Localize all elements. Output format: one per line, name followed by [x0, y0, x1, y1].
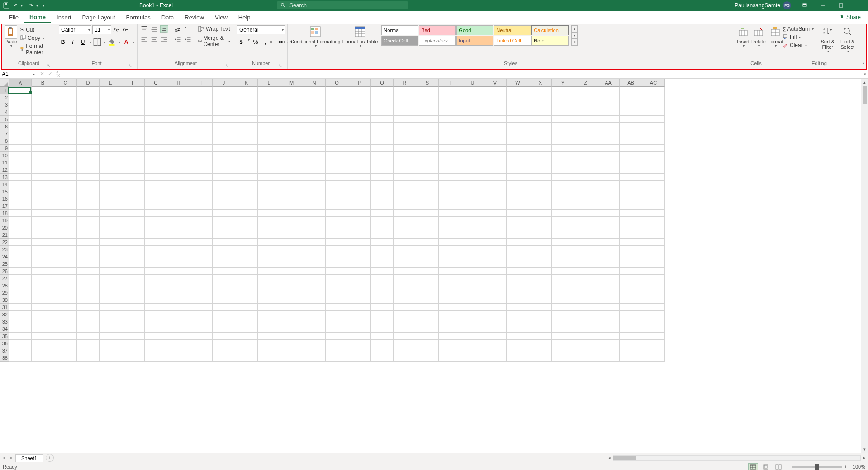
- cell[interactable]: [54, 108, 77, 116]
- row-header[interactable]: 21: [0, 231, 9, 239]
- cell[interactable]: [32, 325, 54, 333]
- fill-color-button[interactable]: [108, 38, 116, 46]
- column-header[interactable]: Q: [371, 79, 394, 87]
- cell[interactable]: [416, 260, 439, 268]
- cell[interactable]: [235, 347, 258, 354]
- cell[interactable]: [280, 123, 303, 130]
- cell[interactable]: [77, 145, 100, 152]
- cell[interactable]: [552, 87, 574, 94]
- cell[interactable]: [529, 108, 552, 116]
- cell[interactable]: [77, 347, 100, 354]
- cell[interactable]: [77, 296, 100, 304]
- cell[interactable]: [54, 289, 77, 296]
- cell[interactable]: [597, 159, 620, 166]
- cell[interactable]: [642, 275, 665, 282]
- cell[interactable]: [529, 181, 552, 188]
- cell[interactable]: [145, 87, 167, 94]
- redo-dropdown[interactable]: ▾: [36, 4, 41, 8]
- cell[interactable]: [100, 239, 122, 246]
- cell[interactable]: [145, 340, 167, 347]
- row-header[interactable]: 17: [0, 202, 9, 210]
- cell[interactable]: [280, 145, 303, 152]
- cell[interactable]: [461, 202, 484, 210]
- cell[interactable]: [326, 239, 348, 246]
- cell[interactable]: [100, 224, 122, 231]
- paste-dropdown[interactable]: ▾: [9, 44, 12, 48]
- cell[interactable]: [167, 253, 190, 260]
- cell[interactable]: [371, 188, 394, 195]
- zoom-in-button[interactable]: +: [844, 464, 847, 470]
- cell[interactable]: [507, 145, 529, 152]
- row-header[interactable]: 11: [0, 159, 9, 166]
- cell[interactable]: [100, 253, 122, 260]
- cell[interactable]: [371, 101, 394, 108]
- cell[interactable]: [416, 325, 439, 333]
- tab-home[interactable]: Home: [24, 12, 51, 23]
- column-header[interactable]: D: [77, 79, 100, 87]
- cell[interactable]: [9, 166, 32, 174]
- row-header[interactable]: 16: [0, 195, 9, 202]
- cell[interactable]: [100, 217, 122, 224]
- row-header[interactable]: 35: [0, 333, 9, 340]
- cell[interactable]: [54, 231, 77, 239]
- cell[interactable]: [416, 354, 439, 362]
- cell[interactable]: [394, 224, 416, 231]
- column-header[interactable]: A: [9, 79, 32, 88]
- cell[interactable]: [190, 202, 213, 210]
- cell[interactable]: [122, 166, 145, 174]
- cell[interactable]: [507, 311, 529, 318]
- cell[interactable]: [167, 268, 190, 275]
- cell[interactable]: [597, 260, 620, 268]
- row-header[interactable]: 23: [0, 246, 9, 253]
- cell[interactable]: [303, 246, 326, 253]
- cell[interactable]: [122, 145, 145, 152]
- column-header[interactable]: E: [100, 79, 122, 87]
- cell[interactable]: [54, 275, 77, 282]
- cell[interactable]: [326, 123, 348, 130]
- cell[interactable]: [258, 260, 280, 268]
- cell[interactable]: [439, 217, 461, 224]
- cell[interactable]: [326, 231, 348, 239]
- cell[interactable]: [190, 174, 213, 181]
- cell[interactable]: [100, 159, 122, 166]
- cell[interactable]: [461, 260, 484, 268]
- cell[interactable]: [303, 260, 326, 268]
- expand-formula-bar[interactable]: ▾: [862, 72, 868, 76]
- cell[interactable]: [394, 87, 416, 94]
- cell[interactable]: [507, 340, 529, 347]
- cell[interactable]: [371, 289, 394, 296]
- cell[interactable]: [54, 282, 77, 289]
- cell[interactable]: [280, 340, 303, 347]
- column-header[interactable]: AB: [620, 79, 642, 87]
- cell[interactable]: [213, 296, 235, 304]
- cell[interactable]: [597, 94, 620, 101]
- cell[interactable]: [190, 231, 213, 239]
- cell[interactable]: [303, 87, 326, 94]
- collapse-ribbon-button[interactable]: ˄: [860, 24, 866, 69]
- cell[interactable]: [371, 311, 394, 318]
- cell[interactable]: [258, 282, 280, 289]
- cell[interactable]: [9, 246, 32, 253]
- cell[interactable]: [100, 188, 122, 195]
- cell[interactable]: [100, 325, 122, 333]
- cell[interactable]: [213, 217, 235, 224]
- horizontal-scrollbar-thumb[interactable]: [613, 456, 636, 460]
- cell[interactable]: [371, 174, 394, 181]
- row-header[interactable]: 20: [0, 224, 9, 231]
- cell[interactable]: [529, 94, 552, 101]
- cell[interactable]: [371, 159, 394, 166]
- cell[interactable]: [507, 325, 529, 333]
- cell[interactable]: [213, 224, 235, 231]
- cell[interactable]: [145, 202, 167, 210]
- cell[interactable]: [507, 166, 529, 174]
- cell[interactable]: [371, 94, 394, 101]
- cell[interactable]: [416, 137, 439, 145]
- cell[interactable]: [303, 188, 326, 195]
- cell[interactable]: [258, 289, 280, 296]
- row-header[interactable]: 14: [0, 181, 9, 188]
- cell[interactable]: [54, 260, 77, 268]
- cell[interactable]: [122, 217, 145, 224]
- column-header[interactable]: AC: [642, 79, 665, 87]
- cell[interactable]: [100, 152, 122, 159]
- cell[interactable]: [507, 217, 529, 224]
